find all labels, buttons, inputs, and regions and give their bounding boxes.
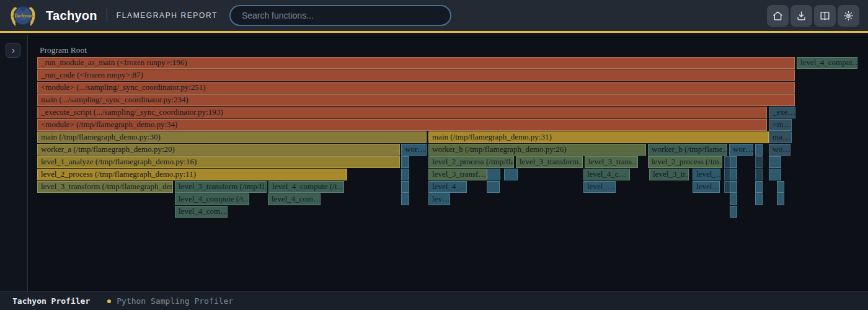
flame-frame[interactable] bbox=[777, 181, 784, 193]
flame-frame[interactable]: level… bbox=[693, 181, 720, 193]
app-window: Tachyon Tachyon FLAMEGRAPH REPORT bbox=[0, 0, 868, 310]
flame-frame[interactable]: level_4_comput… bbox=[797, 57, 857, 69]
flame-frame[interactable]: level_2_process (/tmp/flamegraph_demo.py… bbox=[37, 169, 347, 180]
flame-frame[interactable] bbox=[504, 169, 518, 180]
flame-frame[interactable]: _exe… bbox=[769, 107, 795, 118]
book-icon bbox=[819, 10, 831, 22]
flame-frame[interactable]: wo… bbox=[769, 144, 790, 156]
app-title: Tachyon bbox=[46, 9, 97, 23]
header-divider bbox=[107, 9, 107, 22]
flame-frame[interactable]: level_3_transf… bbox=[428, 169, 487, 180]
flame-frame[interactable]: level_4_… bbox=[428, 181, 467, 193]
flame-frame[interactable] bbox=[755, 144, 763, 156]
flame-frame[interactable]: main (.../sampling/_sync_coordinator.py:… bbox=[37, 94, 795, 106]
flame-frame[interactable] bbox=[730, 169, 737, 180]
flame-frame[interactable] bbox=[769, 156, 781, 168]
flame-frame[interactable] bbox=[730, 206, 737, 218]
status-dot-icon bbox=[107, 299, 111, 303]
svg-text:Tachyon: Tachyon bbox=[14, 13, 32, 19]
flame-frame[interactable]: level_4_com… bbox=[268, 193, 321, 205]
flame-frame[interactable]: _run_code (<frozen runpy>:87) bbox=[37, 69, 795, 81]
flame-frame[interactable]: wor… bbox=[401, 144, 427, 156]
tachyon-logo: Tachyon bbox=[9, 1, 37, 30]
header-actions bbox=[767, 5, 859, 27]
sidebar: › bbox=[0, 35, 28, 291]
status-app-name: Tachyon Profiler bbox=[12, 296, 90, 306]
flame-frame[interactable] bbox=[769, 169, 781, 180]
flame-frame[interactable]: level_4_com… bbox=[175, 206, 228, 218]
flame-frame[interactable] bbox=[401, 193, 409, 205]
flame-frame[interactable]: level_3_tr… bbox=[649, 169, 689, 180]
header: Tachyon Tachyon FLAMEGRAPH REPORT bbox=[0, 0, 868, 33]
flame-frame[interactable]: <module> (.../sampling/_sync_coordinator… bbox=[37, 82, 795, 94]
status-subtitle: Python Sampling Profiler bbox=[117, 296, 233, 306]
chevron-right-icon: › bbox=[12, 45, 15, 55]
flamegraph-panel: Program Root _run_module_as_main (<froze… bbox=[28, 35, 868, 291]
flame-frame[interactable]: ma… bbox=[769, 131, 792, 143]
flame-frame[interactable]: wor… bbox=[729, 144, 753, 156]
search-input[interactable] bbox=[229, 5, 451, 26]
flame-frame[interactable]: worker_b (/tmp/flamegraph_demo.py:26) bbox=[428, 144, 646, 156]
flame-frame[interactable] bbox=[487, 181, 500, 193]
flame-frame[interactable]: level_2_process (/tmp/fla… bbox=[428, 156, 514, 168]
flame-frame[interactable]: level_4_c… bbox=[583, 169, 630, 180]
flame-frame[interactable]: _run_module_as_main (<frozen runpy>:196) bbox=[37, 57, 795, 69]
flame-frame[interactable]: level_4_compute (/t… bbox=[175, 193, 249, 205]
flame-frame[interactable]: worker_a (/tmp/flamegraph_demo.py:20) bbox=[37, 144, 400, 156]
home-button[interactable] bbox=[767, 5, 789, 27]
flame-frame[interactable] bbox=[730, 156, 737, 168]
flame-frame[interactable]: main (/tmp/flamegraph_demo.py:30) bbox=[37, 131, 427, 143]
flame-frame[interactable] bbox=[487, 169, 500, 180]
flame-frame[interactable]: worker_b (/tmp/flame… bbox=[648, 144, 727, 156]
flame-frame[interactable]: lev… bbox=[428, 193, 450, 205]
flame-frame[interactable]: level_… bbox=[693, 169, 720, 180]
flame-frame[interactable] bbox=[755, 156, 763, 168]
flame-frame[interactable]: level_2_process (/tm… bbox=[648, 156, 722, 168]
flame-frame[interactable] bbox=[755, 181, 763, 193]
flame-frame[interactable]: level_3_trans… bbox=[585, 156, 638, 168]
flame-frame[interactable]: main (/tmp/flamegraph_demo.py:31) bbox=[428, 131, 769, 143]
flame-frame[interactable]: _execute_script (.../sampling/_sync_coor… bbox=[37, 107, 767, 118]
flame-frame[interactable]: level_3_transform (/tmp/flamegraph_dem… bbox=[37, 181, 173, 193]
flame-frame[interactable]: level_1_analyze (/tmp/flamegraph_demo.py… bbox=[37, 156, 400, 168]
flame-frame[interactable] bbox=[401, 156, 409, 168]
flame-frame[interactable] bbox=[755, 193, 763, 205]
flame-frame[interactable] bbox=[401, 181, 409, 193]
sidebar-expand-button[interactable]: › bbox=[6, 43, 20, 58]
flame-frame[interactable] bbox=[755, 169, 763, 180]
docs-button[interactable] bbox=[814, 5, 836, 27]
flame-frame[interactable] bbox=[401, 169, 409, 180]
home-icon bbox=[772, 10, 784, 22]
flame-frame[interactable]: level_3_transform (/tmp/fl… bbox=[175, 181, 267, 193]
status-bar: Tachyon Profiler Python Sampling Profile… bbox=[0, 291, 868, 310]
flame-frame[interactable]: level_3_transform… bbox=[516, 156, 583, 168]
flame-frame[interactable]: level_… bbox=[583, 181, 616, 193]
report-label: FLAMEGRAPH REPORT bbox=[117, 11, 218, 20]
download-button[interactable] bbox=[790, 5, 812, 27]
flame-frame[interactable] bbox=[777, 193, 784, 205]
flame-frame[interactable]: <module> (/tmp/flamegraph_demo.py:34) bbox=[37, 119, 767, 131]
flame-frame[interactable] bbox=[730, 181, 737, 193]
flame-frame[interactable]: <m… bbox=[769, 119, 792, 131]
flamegraph-root-label: Program Root bbox=[40, 45, 87, 55]
flame-frame[interactable]: level_4_compute (/t… bbox=[268, 181, 344, 193]
theme-button[interactable] bbox=[838, 5, 859, 27]
download-icon bbox=[795, 10, 807, 22]
flame-frame[interactable] bbox=[730, 193, 737, 205]
brightness-icon bbox=[843, 10, 854, 22]
